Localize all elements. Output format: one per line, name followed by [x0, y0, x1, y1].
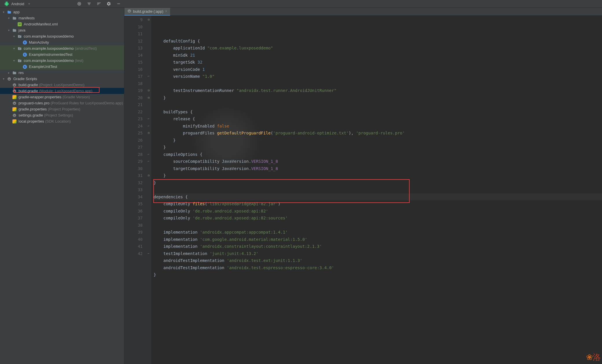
gradle-icon: [12, 83, 17, 87]
tree-label: ExampleUnitTest: [29, 64, 57, 69]
target-icon[interactable]: [77, 1, 82, 6]
code-line[interactable]: targetCompatibility JavaVersion.VERSION_…: [154, 165, 602, 172]
tree-item[interactable]: settings.gradle (Project Settings): [0, 112, 124, 118]
code-line[interactable]: applicationId "com.example.luoxposeddemo…: [154, 45, 602, 52]
tree-item[interactable]: ▾com.example.luoxposeddemo: [0, 33, 124, 39]
folder-icon: [12, 28, 17, 33]
fold-toggle: [146, 179, 151, 186]
code-line[interactable]: }: [154, 179, 602, 186]
code-line[interactable]: }: [154, 137, 602, 144]
chevron-icon[interactable]: ▾: [8, 29, 12, 32]
sort-icon[interactable]: [97, 1, 101, 6]
code-line[interactable]: [154, 186, 602, 193]
fold-toggle: [146, 229, 151, 236]
tree-item[interactable]: CMainActivity: [0, 39, 124, 45]
tree-label: java: [19, 28, 25, 32]
chevron-icon[interactable]: ▾: [13, 47, 17, 50]
code-line[interactable]: implementation 'androidx.constraintlayou…: [154, 243, 602, 250]
tree-item[interactable]: MAndroidManifest.xml: [0, 21, 124, 27]
code-line[interactable]: proguardFiles getDefaultProguardFile('pr…: [154, 130, 602, 137]
fold-toggle[interactable]: ⊟: [146, 16, 151, 23]
fold-toggle: [146, 23, 151, 31]
code-line[interactable]: }: [154, 172, 602, 179]
chevron-icon[interactable]: ▾: [3, 77, 7, 80]
tree-item[interactable]: gradle-wrapper.properties (Gradle Versio…: [0, 94, 124, 100]
code-line[interactable]: sourceCompatibility JavaVersion.VERSION_…: [154, 158, 602, 165]
fold-toggle[interactable]: ⌐: [146, 158, 151, 165]
code-line[interactable]: compileOnly 'de.robv.android.xposed:api:…: [154, 208, 602, 215]
tree-item[interactable]: CExampleUnitTest: [0, 64, 124, 70]
fold-toggle[interactable]: ⌐: [146, 73, 151, 80]
code-line[interactable]: }: [154, 271, 602, 278]
gradle-icon: [7, 77, 12, 81]
tree-item[interactable]: build.gradle (Module: LuoXposedDemo.app): [0, 88, 124, 94]
gradle-icon: [12, 89, 17, 93]
tree-item[interactable]: ▾com.example.luoxposeddemo (androidTest): [0, 45, 124, 51]
tree-label: proguard-rules.pro: [19, 101, 49, 105]
code-line[interactable]: implementation 'androidx.appcompat:appco…: [154, 229, 602, 236]
fold-toggle[interactable]: ⌐: [146, 151, 151, 158]
class-icon: C: [23, 64, 27, 69]
code-line[interactable]: [154, 80, 602, 87]
code-line[interactable]: release {: [154, 115, 602, 123]
filter-icon[interactable]: [87, 1, 91, 6]
fold-toggle[interactable]: ⊟: [146, 94, 151, 101]
chevron-icon[interactable]: ▾: [13, 35, 17, 38]
tree-label: com.example.luoxposeddemo: [24, 46, 74, 51]
code-line[interactable]: defaultConfig {: [154, 38, 602, 45]
code-line[interactable]: testImplementation 'junit:junit:4.13.2': [154, 250, 602, 257]
code-line[interactable]: compileOptions {: [154, 151, 602, 158]
code-line[interactable]: versionName "1.0": [154, 73, 602, 80]
code-line[interactable]: compileOnly files('libs/XposedBridgeApi-…: [154, 200, 602, 208]
tree-label: manifests: [19, 16, 35, 20]
tree-item[interactable]: proguard-rules.pro (ProGuard Rules for L…: [0, 100, 124, 106]
fold-toggle[interactable]: ⌐: [146, 115, 151, 123]
code-line[interactable]: versionCode 1: [154, 66, 602, 73]
chevron-icon[interactable]: ▾: [3, 10, 7, 14]
tree-item[interactable]: ▾manifests: [0, 15, 124, 21]
editor[interactable]: 9101112131415161718192021222324252627282…: [124, 16, 602, 364]
tree-item[interactable]: build.gradle (Project: LuoXposedDemo): [0, 82, 124, 88]
chevron-icon[interactable]: ▾: [8, 16, 12, 20]
fold-toggle[interactable]: ⌐: [146, 123, 151, 130]
tree-item[interactable]: ▾Gradle Scripts: [0, 76, 124, 82]
tree-hint: (ProGuard Rules for LuoXposedDemo.app): [51, 101, 123, 105]
code-line[interactable]: androidTestImplementation 'androidx.test…: [154, 264, 602, 271]
code-line[interactable]: [154, 101, 602, 108]
project-tree[interactable]: ▾app▾manifestsMAndroidManifest.xml▾java▾…: [0, 8, 124, 364]
close-icon[interactable]: ×: [165, 9, 167, 13]
tab-build-gradle-app[interactable]: build.gradle (:app) ×: [124, 8, 170, 16]
code-line[interactable]: minifyEnabled false: [154, 123, 602, 130]
tree-item[interactable]: ▾app: [0, 9, 124, 15]
project-selector[interactable]: Android: [11, 2, 24, 6]
code-line[interactable]: dependencies {: [154, 193, 602, 201]
tree-item[interactable]: ▾com.example.luoxposeddemo (test): [0, 58, 124, 64]
fold-gutter[interactable]: ⊟⌐⊟⊟⌐⌐⊟⌐⌐⊟⌐: [146, 16, 151, 364]
fold-toggle[interactable]: ⊟: [146, 130, 151, 137]
tree-item[interactable]: CExampleInstrumentedTest: [0, 51, 124, 58]
tree-item[interactable]: local.properties (SDK Location): [0, 118, 124, 124]
code-line[interactable]: [154, 222, 602, 229]
code-line[interactable]: androidTestImplementation 'androidx.test…: [154, 257, 602, 264]
gear-icon[interactable]: [106, 1, 111, 6]
tree-item[interactable]: ▸res: [0, 70, 124, 76]
fold-toggle: [146, 52, 151, 59]
chevron-icon[interactable]: ▾: [13, 59, 17, 62]
fold-toggle[interactable]: ⌐: [146, 250, 151, 257]
chevron-icon[interactable]: ▸: [8, 71, 12, 74]
code-line[interactable]: targetSdk 32: [154, 59, 602, 66]
fold-toggle[interactable]: ⊟: [146, 87, 151, 94]
code-area[interactable]: defaultConfig { applicationId "com.examp…: [151, 16, 602, 364]
code-line[interactable]: buildTypes {: [154, 108, 602, 116]
code-line[interactable]: }: [154, 144, 602, 151]
code-line[interactable]: minSdk 21: [154, 52, 602, 59]
fold-toggle: [146, 186, 151, 193]
tree-item[interactable]: ▾java: [0, 27, 124, 33]
fold-toggle[interactable]: ⊟: [146, 172, 151, 179]
code-line[interactable]: compileOnly 'de.robv.android.xposed:api:…: [154, 215, 602, 222]
tree-item[interactable]: gradle.properties (Project Properties): [0, 106, 124, 112]
code-line[interactable]: }: [154, 94, 602, 101]
code-line[interactable]: implementation 'com.google.android.mater…: [154, 236, 602, 243]
code-line[interactable]: testInstrumentationRunner "androidx.test…: [154, 87, 602, 94]
minimize-icon[interactable]: [116, 1, 121, 6]
